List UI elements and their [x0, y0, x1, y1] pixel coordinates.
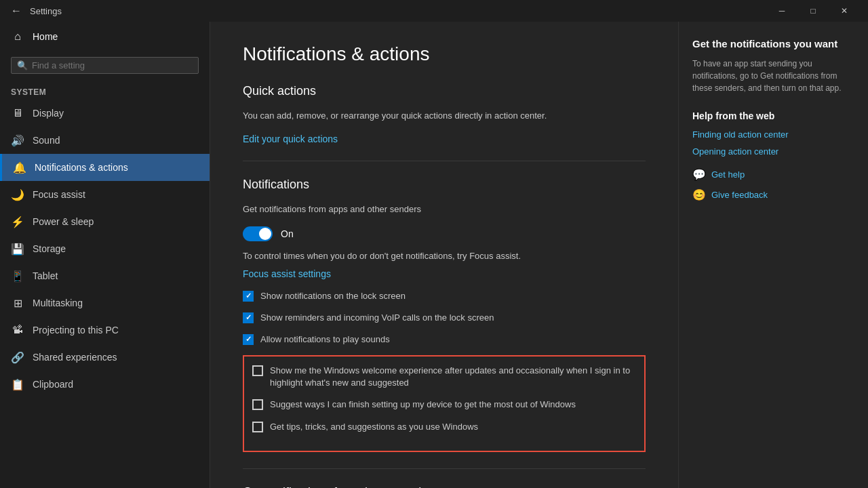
toggle-label: On: [281, 228, 294, 239]
checkbox-sounds[interactable]: [243, 334, 254, 345]
back-button[interactable]: ←: [8, 3, 24, 19]
notifications-toggle-row: On: [243, 226, 646, 241]
sidebar-home-label: Home: [33, 31, 58, 42]
sidebar: ⌂ Home 🔍 System 🖥 Display 🔊 Sound 🔔 Noti…: [0, 22, 210, 488]
sidebar-item-label: Display: [33, 108, 64, 119]
right-panel-desc: To have an app start sending you notific…: [692, 58, 854, 94]
home-icon: ⌂: [11, 30, 24, 43]
checkbox-tips[interactable]: [252, 422, 263, 432]
storage-icon: 💾: [11, 242, 24, 256]
focus-assist-link[interactable]: Focus assist settings: [243, 268, 331, 279]
search-icon: 🔍: [17, 60, 28, 70]
sidebar-item-label: Focus assist: [33, 189, 85, 200]
feedback-icon: 😊: [692, 188, 706, 201]
sidebar-item-label: Shared experiences: [33, 352, 117, 363]
clipboard-icon: 📋: [11, 378, 24, 391]
help-from-web-title: Help from the web: [692, 110, 854, 121]
sidebar-item-display[interactable]: 🖥 Display: [0, 100, 210, 127]
search-input[interactable]: [32, 60, 193, 70]
sidebar-item-label: Clipboard: [33, 379, 73, 390]
titlebar: ← Settings ─ □ ✕: [0, 0, 868, 22]
sidebar-item-label: Tablet: [33, 270, 58, 281]
multitasking-icon: ⊞: [11, 296, 24, 310]
highlighted-checkboxes-box: Show me the Windows welcome experience a…: [243, 355, 646, 452]
sidebar-item-label: Notifications & actions: [35, 162, 128, 173]
checkbox-row-reminders: Show reminders and incoming VoIP calls o…: [243, 312, 646, 324]
checkbox-label-reminders: Show reminders and incoming VoIP calls o…: [260, 312, 494, 324]
get-help-icon: 💬: [692, 167, 706, 181]
sidebar-item-multitasking[interactable]: ⊞ Multitasking: [0, 289, 210, 317]
checkbox-row-tips: Get tips, tricks, and suggestions as you…: [252, 421, 636, 433]
checkbox-row-sounds: Allow notifications to play sounds: [243, 333, 646, 346]
focus-icon: 🌙: [11, 188, 24, 201]
notifications-title: Notifications: [243, 178, 646, 192]
opening-link[interactable]: Opening action center: [692, 146, 854, 157]
get-help-label: Get help: [711, 169, 745, 180]
page-title: Notifications & actions: [243, 43, 646, 65]
checkbox-label-sounds: Allow notifications to play sounds: [260, 333, 390, 346]
edit-quick-actions-link[interactable]: Edit your quick actions: [243, 134, 338, 144]
window-controls: ─ □ ✕: [766, 0, 860, 22]
get-help-link[interactable]: 💬 Get help: [692, 167, 854, 181]
checkbox-row-setup: Suggest ways I can finish setting up my …: [252, 399, 636, 411]
checkbox-label-welcome: Show me the Windows welcome experience a…: [270, 365, 636, 389]
divider2: [243, 468, 646, 469]
notifications-icon: 🔔: [13, 161, 26, 174]
power-icon: ⚡: [11, 215, 24, 228]
sidebar-item-storage[interactable]: 💾 Storage: [0, 235, 210, 262]
tablet-icon: 📱: [11, 269, 24, 283]
sidebar-item-label: Multitasking: [33, 298, 83, 308]
checkboxes-group: Show notifications on the lock screen Sh…: [243, 290, 646, 346]
divider: [243, 161, 646, 161]
opening-link-label: Opening action center: [692, 146, 778, 157]
display-icon: 🖥: [11, 106, 24, 120]
notifications-desc: Get notifications from apps and other se…: [243, 203, 646, 216]
sidebar-item-focus[interactable]: 🌙 Focus assist: [0, 181, 210, 208]
feedback-link[interactable]: 😊 Give feedback: [692, 188, 854, 201]
right-panel: Get the notifications you want To have a…: [678, 22, 868, 488]
checkbox-label-tips: Get tips, tricks, and suggestions as you…: [270, 421, 478, 433]
checkbox-setup[interactable]: [252, 399, 263, 410]
titlebar-title: Settings: [30, 6, 766, 16]
sidebar-item-label: Sound: [33, 135, 60, 146]
shared-icon: 🔗: [11, 350, 24, 364]
quick-actions-title: Quick actions: [243, 84, 646, 98]
sound-icon: 🔊: [11, 134, 24, 147]
quick-actions-desc: You can add, remove, or rearrange your q…: [243, 109, 646, 123]
sidebar-item-home[interactable]: ⌂ Home: [0, 22, 210, 52]
sidebar-item-projecting[interactable]: 📽 Projecting to this PC: [0, 317, 210, 344]
toggle-knob: [259, 228, 271, 240]
content-area: Notifications & actions Quick actions Yo…: [210, 22, 678, 488]
right-panel-title: Get the notifications you want: [692, 38, 854, 49]
main-layout: ⌂ Home 🔍 System 🖥 Display 🔊 Sound 🔔 Noti…: [0, 22, 868, 488]
maximize-button[interactable]: □: [797, 0, 829, 22]
sidebar-item-power[interactable]: ⚡ Power & sleep: [0, 208, 210, 235]
notifications-toggle[interactable]: [243, 226, 273, 241]
feedback-label: Give feedback: [711, 190, 768, 200]
sidebar-item-tablet[interactable]: 📱 Tablet: [0, 262, 210, 289]
checkbox-reminders[interactable]: [243, 312, 254, 323]
sidebar-item-notifications[interactable]: 🔔 Notifications & actions: [0, 154, 210, 181]
search-box: 🔍: [11, 57, 199, 74]
sidebar-item-label: Power & sleep: [33, 216, 94, 227]
focus-text: To control times when you do or don't ge…: [243, 249, 646, 263]
close-button[interactable]: ✕: [829, 0, 860, 22]
sidebar-item-clipboard[interactable]: 📋 Clipboard: [0, 371, 210, 398]
get-notif-senders-title: Get notifications from these senders: [243, 485, 646, 488]
checkbox-welcome[interactable]: [252, 365, 263, 376]
checkbox-row-welcome: Show me the Windows welcome experience a…: [252, 365, 636, 389]
sidebar-item-label: Storage: [33, 243, 66, 254]
checkbox-lock-screen[interactable]: [243, 291, 254, 302]
finding-link[interactable]: Finding old action center: [692, 129, 854, 140]
minimize-button[interactable]: ─: [766, 0, 797, 22]
help-links: 💬 Get help 😊 Give feedback: [692, 167, 854, 201]
checkbox-label-setup: Suggest ways I can finish setting up my …: [270, 399, 576, 411]
checkbox-row-lockscreen: Show notifications on the lock screen: [243, 290, 646, 302]
sidebar-item-shared[interactable]: 🔗 Shared experiences: [0, 344, 210, 371]
sidebar-item-sound[interactable]: 🔊 Sound: [0, 127, 210, 154]
sidebar-item-label: Projecting to this PC: [33, 325, 119, 336]
finding-link-label: Finding old action center: [692, 129, 789, 140]
sidebar-system-label: System: [0, 79, 210, 100]
projecting-icon: 📽: [11, 323, 24, 337]
checkbox-label-lock-screen: Show notifications on the lock screen: [260, 290, 406, 302]
